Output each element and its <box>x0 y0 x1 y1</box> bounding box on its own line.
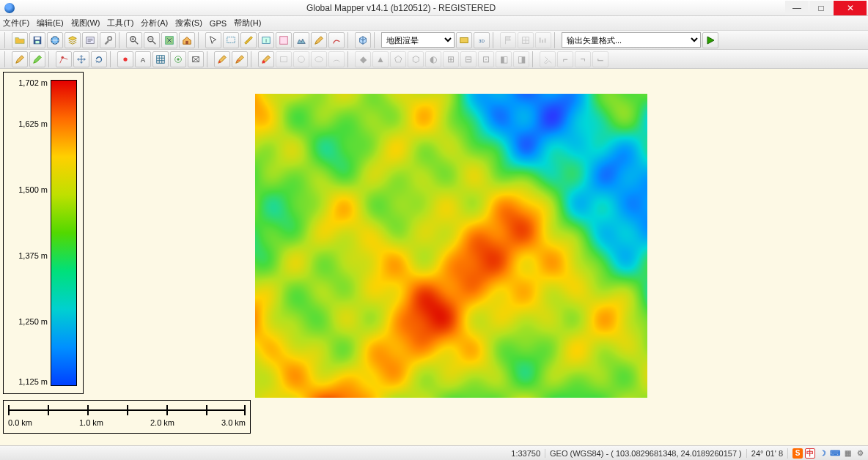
digitize-point-tool[interactable] <box>12 51 28 67</box>
misc-tool-1[interactable]: ⌐ <box>557 51 573 67</box>
shape-tool-6[interactable]: ⊞ <box>443 51 459 67</box>
toolbar-digitizer: A ◆ ▲ ⬠ ⬡ ◐ ⊞ ⊟ ⊡ ◧ ◨ ⌐ ¬ ⌙ <box>0 50 868 69</box>
shape-tool-2[interactable]: ▲ <box>372 51 389 67</box>
shape-tool-7[interactable]: ⊟ <box>460 51 477 67</box>
terrain-map[interactable] <box>255 94 647 398</box>
create-area-tool[interactable] <box>258 51 274 67</box>
svg-rect-25 <box>281 56 287 62</box>
scale-label: 0.0 km <box>8 418 32 427</box>
flag-icon <box>500 32 516 48</box>
create-freehand-tool[interactable] <box>232 51 248 67</box>
create-point-button[interactable] <box>117 51 133 67</box>
tray-keyboard-icon[interactable]: ⌨ <box>830 448 840 459</box>
render-mode-select[interactable]: 地图渲晕 <box>381 32 455 48</box>
menu-edit[interactable]: 编辑(E) <box>37 18 64 29</box>
scale-bar: 0.0 km 1.0 km 2.0 km 3.0 km <box>3 400 251 434</box>
svg-point-22 <box>177 58 180 61</box>
shape-tool-10[interactable]: ◨ <box>513 51 529 67</box>
config-button[interactable] <box>82 32 98 48</box>
shape-tool-1[interactable]: ◆ <box>355 51 371 67</box>
svg-text:3D: 3D <box>479 37 485 42</box>
create-ellipse-tool[interactable] <box>311 51 327 67</box>
tools-button[interactable] <box>100 32 116 48</box>
globe-button[interactable] <box>47 32 63 48</box>
legend-tick: 1,702 m <box>18 78 48 87</box>
shape-tool-8[interactable]: ⊡ <box>478 51 494 67</box>
misc-tool-2[interactable]: ¬ <box>575 51 591 67</box>
menu-view[interactable]: 视图(W) <box>71 18 100 29</box>
window-title: Global Mapper v14.1 (b120512) - REGISTER… <box>18 3 784 13</box>
create-line-tool[interactable] <box>214 51 230 67</box>
rotate-feature-tool[interactable] <box>91 51 107 67</box>
terrain-tool[interactable] <box>293 32 309 48</box>
create-rect-tool[interactable] <box>276 51 292 67</box>
zoom-extent-button[interactable] <box>161 32 177 48</box>
legend-tick: 1,625 m <box>18 119 48 128</box>
create-arc-tool[interactable] <box>328 51 345 67</box>
status-scale: 1:33750 <box>507 449 545 458</box>
shape-tool-4[interactable]: ⬡ <box>408 51 424 67</box>
svg-rect-9 <box>185 40 188 43</box>
layers-button[interactable] <box>65 32 81 48</box>
legend-tick: 1,125 m <box>18 377 48 386</box>
pencil-tool[interactable] <box>311 32 327 48</box>
misc-tool-3[interactable]: ⌙ <box>592 51 608 67</box>
move-feature-tool[interactable] <box>73 51 89 67</box>
svg-point-17 <box>62 56 65 59</box>
create-grid-button[interactable] <box>152 51 169 67</box>
zoom-in-button[interactable] <box>126 32 142 48</box>
menu-file[interactable]: 文件(F) <box>3 18 29 29</box>
svg-point-26 <box>298 56 305 62</box>
menu-search[interactable]: 搜索(S) <box>175 18 202 29</box>
maximize-button[interactable]: □ <box>809 1 833 15</box>
draw-tool[interactable] <box>328 32 345 48</box>
minimize-button[interactable]: — <box>785 1 809 15</box>
chart-icon <box>535 32 551 48</box>
digitize-line-tool[interactable] <box>29 51 45 67</box>
save-button[interactable] <box>29 32 45 48</box>
shape-tool-3[interactable]: ⬠ <box>390 51 406 67</box>
statusbar: 1:33750 GEO (WGS84) - ( 103.0829681348, … <box>0 445 868 460</box>
menu-help[interactable]: 帮助(H) <box>234 18 261 29</box>
render-apply-button[interactable] <box>456 32 472 48</box>
tray-gear-icon[interactable]: ⚙ <box>855 448 865 459</box>
svg-rect-2 <box>35 40 39 43</box>
export-format-select[interactable]: 输出矢量格式... <box>562 32 701 48</box>
close-button[interactable]: ✕ <box>834 1 867 15</box>
select-tool[interactable] <box>205 32 221 48</box>
create-text-button[interactable]: A <box>135 51 151 67</box>
svg-point-5 <box>108 36 111 40</box>
svg-point-27 <box>315 56 323 62</box>
home-button[interactable] <box>179 32 195 48</box>
hammer-tool[interactable] <box>540 51 556 67</box>
create-mesh-button[interactable] <box>188 51 204 67</box>
feature-info-tool[interactable] <box>276 32 292 48</box>
legend-color-bar <box>51 80 77 386</box>
legend-tick: 1,250 m <box>18 317 48 326</box>
shape-tool-5[interactable]: ◐ <box>425 51 441 67</box>
tray-sogou-icon[interactable]: S <box>792 448 803 459</box>
workspace: 1,702 m 1,625 m 1,500 m 1,375 m 1,250 m … <box>0 69 868 445</box>
open-button[interactable] <box>12 32 28 48</box>
menu-tools[interactable]: 工具(T) <box>107 18 133 29</box>
svg-rect-10 <box>227 37 235 42</box>
rect-select-tool[interactable] <box>223 32 239 48</box>
toolbar-primary: i 地图渲晕 3D 输出矢量格式... <box>0 31 868 50</box>
view-3d-toggle[interactable]: 3D <box>474 32 490 48</box>
menu-gps[interactable]: GPS <box>210 19 227 28</box>
zoom-out-button[interactable] <box>144 32 160 48</box>
run-export-button[interactable] <box>702 32 718 48</box>
menu-analysis[interactable]: 分析(A) <box>141 18 168 29</box>
svg-point-23 <box>218 61 221 63</box>
shape-tool-9[interactable]: ◧ <box>496 51 512 67</box>
create-buffer-button[interactable] <box>170 51 186 67</box>
tray-box-icon[interactable]: ▦ <box>842 448 853 459</box>
edit-vertex-tool[interactable] <box>56 51 72 67</box>
tray-ime-icon[interactable]: 中 <box>805 448 815 459</box>
create-circle-tool[interactable] <box>293 51 309 67</box>
view3d-button[interactable] <box>355 32 371 48</box>
info-tool[interactable]: i <box>258 32 274 48</box>
measure-tool[interactable] <box>240 32 257 48</box>
tray-moon-icon[interactable]: ☽ <box>817 448 828 459</box>
status-projection: GEO (WGS84) - ( 103.0829681348, 24.01892… <box>545 449 746 458</box>
